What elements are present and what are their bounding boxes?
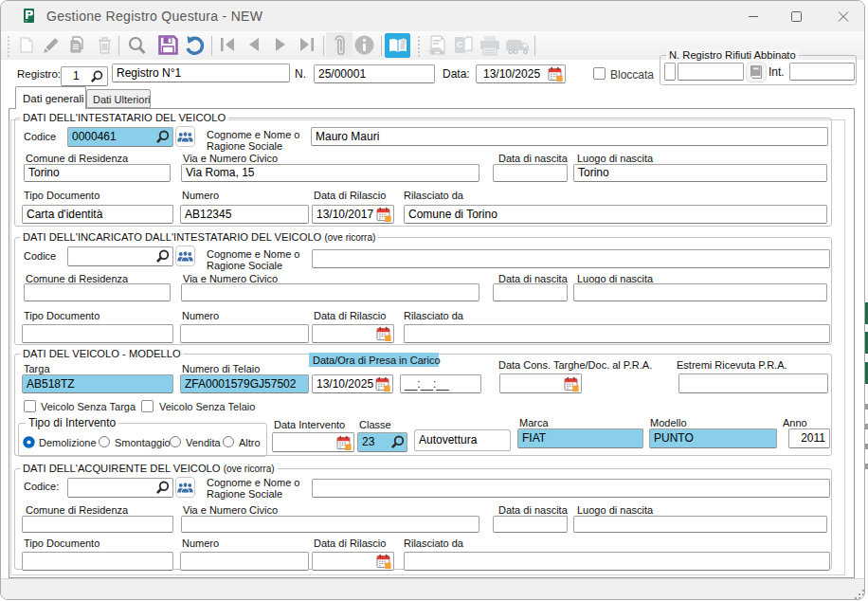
svg-text:C: C (457, 40, 463, 49)
